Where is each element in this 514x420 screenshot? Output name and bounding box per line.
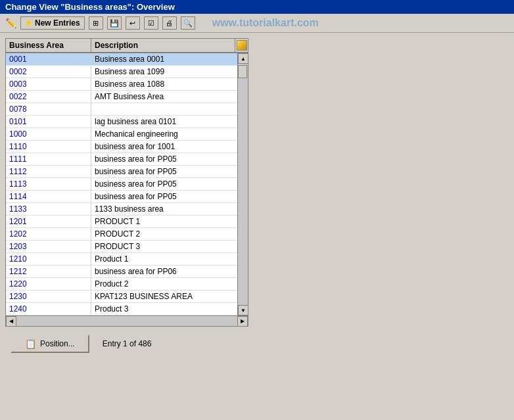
edit-icon[interactable]: ✏️	[5, 18, 16, 28]
table-row[interactable]: 1114business area for PP05	[6, 191, 237, 203]
cell-business-area: 0003	[6, 78, 91, 90]
cell-description: 1133 business area	[91, 203, 237, 215]
cell-business-area: 1202	[6, 228, 91, 240]
cell-business-area: 0078	[6, 103, 91, 115]
col-business-area-header: Business Area	[6, 39, 91, 52]
cell-business-area: 1112	[6, 166, 91, 177]
horizontal-scrollbar[interactable]: ◀ ▶	[6, 315, 248, 326]
table-container: Business Area Description 0001Business a…	[5, 38, 248, 327]
table-row[interactable]: 1110business area for 1001	[6, 141, 237, 153]
find-button[interactable]: 🔍	[181, 16, 195, 30]
cell-business-area: 0002	[6, 66, 91, 78]
cell-description: KPAT123 BUSINESS AREA	[91, 291, 237, 302]
cell-business-area: 1133	[6, 203, 91, 215]
table-row[interactable]: 0101lag business area 0101	[6, 116, 237, 128]
table-row[interactable]: 1210Product 1	[6, 253, 237, 266]
table-row[interactable]: 0022AMT Business Area	[6, 91, 237, 103]
bottom-bar: 📋 Position... Entry 1 of 486	[5, 327, 509, 361]
cell-business-area: 1203	[6, 241, 91, 252]
check-button[interactable]: ☑	[144, 16, 158, 30]
cell-business-area: 0022	[6, 91, 91, 103]
undo-button[interactable]: ↩	[126, 16, 140, 30]
cell-description: Mechanical engineering	[91, 128, 237, 140]
cell-business-area: 1114	[6, 191, 91, 202]
cell-business-area: 1110	[6, 141, 91, 152]
find-icon: 🔍	[183, 19, 193, 28]
cell-description: Product 3	[91, 303, 237, 315]
main-content: Business Area Description 0001Business a…	[0, 33, 514, 366]
table-wrapper: Business Area Description 0001Business a…	[5, 38, 248, 327]
print-icon: 🖨	[166, 19, 173, 27]
copy-button[interactable]: ⊞	[89, 16, 103, 30]
scroll-thumb[interactable]	[238, 65, 247, 78]
save-icon: 💾	[110, 19, 119, 28]
table-body[interactable]: 0001Business area 00010002Business area …	[6, 53, 237, 315]
hscroll-left-button[interactable]: ◀	[6, 316, 16, 327]
col-icon-header	[235, 39, 248, 52]
scroll-up-button[interactable]: ▲	[238, 53, 248, 64]
cell-description: business area for PP05	[91, 178, 237, 190]
cell-business-area: 1201	[6, 216, 91, 227]
vertical-scrollbar[interactable]: ▲ ▼	[237, 53, 248, 315]
watermark: www.tutorialkart.com	[212, 17, 319, 29]
cell-description: Business area 1088	[91, 78, 237, 90]
new-entries-button[interactable]: ★ New Entries	[20, 16, 85, 30]
cell-business-area: 1240	[6, 303, 91, 315]
cell-business-area: 1210	[6, 253, 91, 265]
cell-description: AMT Business Area	[91, 91, 237, 103]
cell-description: PRODUCT 3	[91, 241, 237, 252]
table-row[interactable]: 1111business area for PP05	[6, 153, 237, 166]
cell-description: Product 2	[91, 278, 237, 290]
cell-description: business area for 1001	[91, 141, 237, 152]
table-body-wrapper: 0001Business area 00010002Business area …	[6, 53, 248, 315]
table-row[interactable]: 1220Product 2	[6, 278, 237, 291]
cell-business-area: 1220	[6, 278, 91, 290]
entry-info: Entry 1 of 486	[103, 339, 152, 348]
title-bar: Change View "Business areas": Overview	[0, 0, 514, 14]
table-row[interactable]: 1212business area for PP06	[6, 266, 237, 278]
col-description-header: Description	[91, 39, 235, 52]
title-text: Change View "Business areas": Overview	[5, 2, 175, 12]
cell-description: PRODUCT 2	[91, 228, 237, 240]
table-row[interactable]: 1230KPAT123 BUSINESS AREA	[6, 291, 237, 303]
cell-description: Product 1	[91, 253, 237, 265]
table-row[interactable]: 0003Business area 1088	[6, 78, 237, 91]
table-row[interactable]: 0001Business area 0001	[6, 53, 237, 66]
cell-description	[91, 103, 237, 115]
position-icon: 📋	[25, 338, 36, 349]
check-icon: ☑	[148, 19, 154, 28]
cell-business-area: 1113	[6, 178, 91, 190]
new-entries-star-icon: ★	[25, 18, 32, 28]
table-header: Business Area Description	[6, 39, 248, 53]
cell-description: lag business area 0101	[91, 116, 237, 128]
hscroll-track[interactable]	[16, 317, 237, 326]
cell-description: PRODUCT 1	[91, 216, 237, 227]
cell-description: business area for PP05	[91, 153, 237, 165]
scroll-track[interactable]	[238, 64, 248, 305]
save-button[interactable]: 💾	[107, 16, 122, 30]
scroll-down-button[interactable]: ▼	[238, 305, 248, 315]
table-row[interactable]: 11331133 business area	[6, 203, 237, 216]
table-row[interactable]: 0002Business area 1099	[6, 66, 237, 78]
toolbar: ✏️ ★ New Entries ⊞ 💾 ↩ ☑ 🖨 🔍 www.tutoria…	[0, 14, 514, 33]
cell-business-area: 1230	[6, 291, 91, 302]
table-row[interactable]: 1203PRODUCT 3	[6, 241, 237, 253]
table-row[interactable]: 1000Mechanical engineering	[6, 128, 237, 141]
table-row[interactable]: 1112business area for PP05	[6, 166, 237, 178]
table-row[interactable]: 0078	[6, 103, 237, 116]
cell-business-area: 1212	[6, 266, 91, 277]
copy-icon: ⊞	[93, 19, 99, 28]
undo-icon: ↩	[129, 19, 135, 28]
table-row[interactable]: 1113business area for PP05	[6, 178, 237, 191]
hscroll-right-button[interactable]: ▶	[237, 316, 248, 327]
print-button[interactable]: 🖨	[162, 16, 177, 30]
table-row[interactable]: 1202PRODUCT 2	[6, 228, 237, 241]
cell-business-area: 1000	[6, 128, 91, 140]
table-row[interactable]: 1240Product 3	[6, 303, 237, 315]
position-label: Position...	[40, 339, 75, 348]
cell-description: business area for PP05	[91, 166, 237, 177]
table-row[interactable]: 1201PRODUCT 1	[6, 216, 237, 228]
position-button[interactable]: 📋 Position...	[11, 335, 89, 353]
cell-description: business area for PP05	[91, 191, 237, 202]
cell-description: Business area 1099	[91, 66, 237, 78]
